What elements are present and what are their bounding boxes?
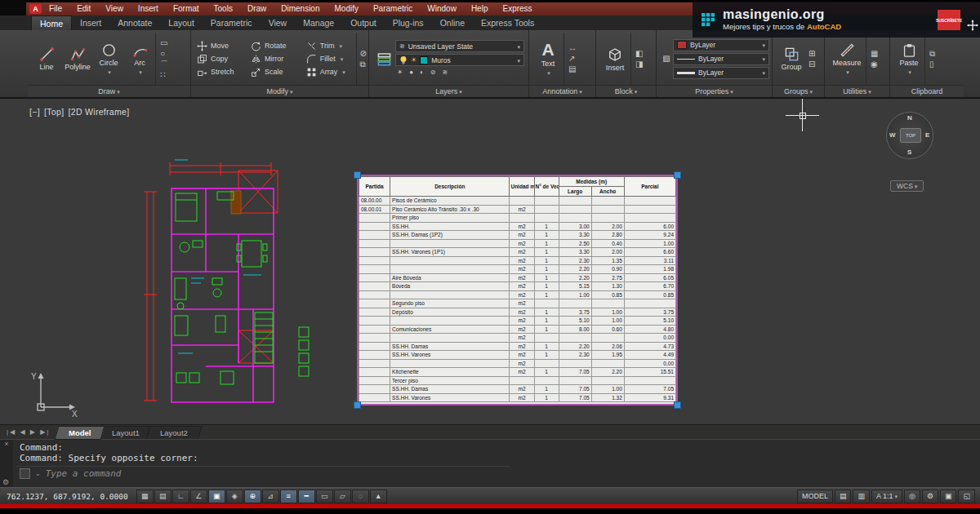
fillet-dropdown-icon[interactable] <box>339 55 344 63</box>
3dosnap-toggle[interactable]: ◈ <box>226 490 243 503</box>
selectioncycling-toggle[interactable]: ◌ <box>352 490 369 503</box>
subscribe-button[interactable]: SUSCRÍBETE <box>938 10 960 30</box>
measure-dropdown-icon[interactable] <box>844 68 849 76</box>
viewcube-south[interactable]: S <box>907 148 911 156</box>
ribbon-tab[interactable]: Manage <box>295 16 342 30</box>
quantities-table[interactable]: Partida Descripción Unidad m2 N° de Vece… <box>357 175 678 405</box>
draw-expand-icon[interactable] <box>115 87 120 95</box>
transparency-toggle[interactable]: ▭ <box>316 490 333 503</box>
scale-button[interactable]: Scale <box>248 66 304 78</box>
command-close-icon[interactable]: × <box>0 440 13 448</box>
paste-dropdown-icon[interactable] <box>906 68 911 76</box>
lwt-toggle[interactable]: ━ <box>298 490 315 503</box>
ungroup-icon[interactable] <box>808 60 815 69</box>
copy-button[interactable]: Copy <box>194 53 248 65</box>
match-properties-icon[interactable] <box>662 54 670 64</box>
panel-label-groups[interactable]: Groups <box>773 85 824 97</box>
ribbon-tab[interactable]: Output <box>342 16 385 30</box>
ribbon-tab[interactable]: Home <box>31 16 72 30</box>
viewcube[interactable]: N S W E TOP <box>886 112 933 159</box>
linetype-dropdown[interactable]: ByLayer <box>673 53 769 65</box>
ribbon-tab[interactable]: Plug-ins <box>385 16 432 30</box>
ribbon-tab[interactable]: Parametric <box>203 16 261 30</box>
array-button[interactable]: Array <box>304 66 356 78</box>
quick-view-layouts-button[interactable]: ▤ <box>835 490 852 503</box>
annotation-scale-button[interactable]: A 1:1 <box>871 490 902 503</box>
polyline-button[interactable]: Polyline <box>62 33 93 85</box>
copy-clip-icon[interactable] <box>929 49 935 59</box>
dimension-icon[interactable] <box>568 43 577 53</box>
ribbon-tab[interactable]: Express Tools <box>473 16 542 30</box>
explode-icon[interactable] <box>360 60 367 69</box>
circle-dropdown-icon[interactable] <box>106 68 111 76</box>
block-expand-icon[interactable] <box>633 87 638 95</box>
menu-item[interactable]: Tools <box>207 2 240 16</box>
layer-properties-button[interactable] <box>372 33 395 85</box>
layout-tab[interactable]: Layout1 <box>97 426 154 440</box>
panel-label-modify[interactable]: Modify <box>191 85 368 97</box>
layers-expand-icon[interactable] <box>457 87 462 95</box>
create-block-icon[interactable] <box>635 49 643 59</box>
table-tool-icon[interactable] <box>568 64 577 74</box>
layer-dropdown[interactable]: Muros <box>395 54 524 66</box>
array-dropdown-icon[interactable] <box>341 68 345 76</box>
trim-button[interactable]: Trim <box>304 40 356 52</box>
command-customize-icon[interactable]: ⚙ <box>2 478 9 486</box>
panel-label-properties[interactable]: Properties <box>657 85 772 97</box>
layer-on-icon[interactable] <box>397 68 403 78</box>
panel-label-block[interactable]: Block <box>596 85 656 97</box>
viewport-visual-style-control[interactable]: [2D Wireframe] <box>69 107 130 117</box>
menu-item[interactable]: Help <box>464 2 496 16</box>
paste-button[interactable]: Paste <box>893 33 924 85</box>
line-button[interactable]: Line <box>31 33 62 85</box>
snap-toggle[interactable]: ▦ <box>136 490 154 503</box>
grip-top-right[interactable] <box>674 171 681 179</box>
drawing-canvas[interactable]: [−] [Top] [2D Wireframe] <box>0 98 980 424</box>
command-window[interactable]: × ⚙ Command:Command: Specify opposite co… <box>0 439 980 487</box>
trim-dropdown-icon[interactable] <box>337 42 342 50</box>
wcs-dropdown[interactable]: WCS <box>890 180 924 192</box>
grip-bottom-right[interactable] <box>674 401 681 409</box>
toolbar-lock-button[interactable]: ▣ <box>940 490 957 503</box>
ribbon-tab[interactable]: Layout <box>160 16 203 30</box>
model-space-button[interactable]: MODEL <box>797 490 833 503</box>
layer-state-dropdown[interactable]: Unsaved Layer State <box>395 40 524 52</box>
panel-label-draw[interactable]: Draw <box>28 85 190 97</box>
lineweight-dropdown[interactable]: ByLayer <box>673 67 769 79</box>
otrack-toggle[interactable]: ⊕ <box>244 490 261 503</box>
ortho-toggle[interactable]: ∟ <box>172 490 189 503</box>
grid-toggle[interactable]: ▤ <box>154 490 172 503</box>
command-recent-icon[interactable]: ⌄ <box>35 470 41 477</box>
layer-off-icon[interactable] <box>430 68 436 78</box>
layout-tab[interactable]: Layout2 <box>145 426 202 440</box>
grip-top-left[interactable] <box>354 171 361 179</box>
viewcube-east[interactable]: E <box>925 131 929 139</box>
annotation-visibility-button[interactable]: ◎ <box>904 490 920 503</box>
quickprops-toggle[interactable]: ▱ <box>334 490 351 503</box>
stretch-button[interactable]: Stretch <box>194 66 248 78</box>
move-button[interactable]: Move <box>194 40 248 52</box>
fillet-button[interactable]: Fillet <box>304 53 356 65</box>
text-button[interactable]: A Text <box>532 33 564 85</box>
circle-button[interactable]: Circle <box>93 33 124 85</box>
menu-item[interactable]: Modify <box>327 2 366 16</box>
insert-button[interactable]: Insert <box>599 33 630 85</box>
group-edit-icon[interactable] <box>808 49 815 59</box>
polar-toggle[interactable]: ∠ <box>190 490 207 503</box>
ribbon-tab[interactable]: View <box>261 16 296 30</box>
properties-expand-icon[interactable] <box>728 87 733 95</box>
ellipse-icon[interactable] <box>160 49 168 59</box>
layout-nav-arrows[interactable]: |◀ ◀ ▶ ▶| <box>0 428 56 436</box>
menu-item[interactable]: Parametric <box>366 2 420 16</box>
annotation-expand-icon[interactable] <box>577 87 582 95</box>
leader-icon[interactable] <box>568 54 577 64</box>
mirror-button[interactable]: Mirror <box>248 53 304 65</box>
erase-icon[interactable] <box>360 49 367 59</box>
clean-screen-button[interactable]: ◱ <box>958 490 975 503</box>
menu-item[interactable]: Express <box>495 2 539 16</box>
dyn-toggle[interactable]: ≡ <box>280 490 297 503</box>
quick-view-drawings-button[interactable]: ▥ <box>853 490 870 503</box>
menu-item[interactable]: Window <box>420 2 464 16</box>
group-button[interactable]: Group <box>776 33 807 85</box>
edit-attributes-icon[interactable] <box>635 60 643 69</box>
